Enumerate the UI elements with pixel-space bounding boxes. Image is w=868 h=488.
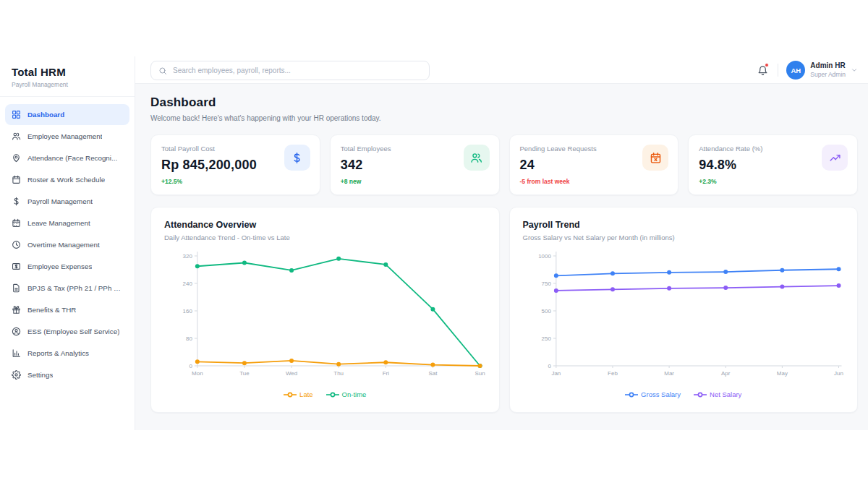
sidebar-item-dashboard[interactable]: Dashboard [5,104,129,125]
sidebar-item-label: BPJS & Tax (PPh 21 / PPh 26) [27,284,123,292]
sidebar-item-label: Settings [27,371,53,379]
svg-text:240: 240 [183,281,193,287]
app-subtitle: Payroll Management [12,81,123,88]
sidebar-item-label: Overtime Management [27,241,100,249]
legend-marker-icon [694,391,707,398]
sidebar-item-label: Payroll Management [27,197,93,205]
stat-delta: +8 new [341,178,489,185]
chart-legend: LateOn-time [164,390,486,398]
sidebar-item-label: Leave Management [27,219,90,227]
main-content: Dashboard Welcome back! Here's what's ha… [135,84,868,430]
stat-icon-box [642,145,668,171]
chevron-down-icon [851,64,858,77]
header-actions: AH Admin HR Super Admin [755,56,858,84]
file-icon [12,283,21,293]
svg-text:Wed: Wed [286,370,297,377]
sidebar-item-bpjs-tax-pph-21-pph-26[interactable]: BPJS & Tax (PPh 21 / PPh 26) [5,278,129,299]
app-window: Total HRM Payroll Management DashboardEm… [0,56,868,430]
stat-delta: +12.5% [161,178,310,185]
svg-text:Sat: Sat [428,370,438,377]
sidebar-item-roster-work-schedule[interactable]: Roster & Work Schedule [5,169,129,190]
sidebar-item-reports-analytics[interactable]: Reports & Analytics [5,343,129,364]
attendance-line-chart: 080160240320MonTueWedThuFriSatSun [164,247,486,390]
stat-delta: +2.3% [699,178,847,185]
svg-text:500: 500 [541,308,551,314]
users-icon [12,132,21,141]
chart-legend: Gross SalaryNet Salary [523,390,845,398]
gift-icon [12,305,21,314]
notifications-button[interactable] [755,63,770,77]
trending-up-icon [829,152,841,164]
stat-icon-box [284,145,310,171]
legend-marker-icon [625,391,638,398]
sidebar-item-employee-expenses[interactable]: Employee Expenses [5,256,129,277]
dollar-icon [291,152,303,164]
chart-title: Payroll Trend [523,220,845,230]
payroll-chart-card: Payroll Trend Gross Salary vs Net Salary… [509,207,859,413]
svg-text:Thu: Thu [333,370,344,377]
sidebar-item-leave-management[interactable]: Leave Management [5,213,129,234]
svg-text:80: 80 [186,335,192,342]
charts-row: Attendance Overview Daily Attendance Tre… [150,207,858,413]
legend-item-on-time: On-time [326,390,367,398]
legend-marker-icon [284,391,297,398]
sidebar-nav: DashboardEmployee ManagementAttendance (… [0,97,135,385]
app-title: Total HRM [12,66,123,78]
sidebar-item-label: Roster & Work Schedule [27,176,105,184]
svg-text:Sun: Sun [475,370,485,377]
chart-subtitle: Daily Attendance Trend - On-time vs Late [164,234,486,241]
sidebar-item-label: ESS (Employee Self Service) [27,328,119,335]
sidebar-item-attendance-face-recogni[interactable]: Attendance (Face Recogni... [5,147,129,168]
svg-text:May: May [776,370,787,377]
page-title: Dashboard [150,95,858,110]
sidebar-item-employee-management[interactable]: Employee Management [5,126,129,147]
user-circle-icon [12,327,21,336]
user-role: Super Admin [810,71,846,79]
svg-text:0: 0 [189,363,192,369]
search-box[interactable] [150,61,430,80]
svg-text:250: 250 [541,335,551,342]
stats-row: Total Payroll CostRp 845,200,000+12.5%To… [150,134,858,195]
svg-text:Jun: Jun [834,370,843,377]
sidebar-item-overtime-management[interactable]: Overtime Management [5,234,129,255]
legend-item-gross-salary: Gross Salary [625,390,681,398]
sidebar-item-benefits-thr[interactable]: Benefits & THR [5,299,129,320]
sidebar-item-payroll-management[interactable]: Payroll Management [5,191,129,212]
bar-chart-icon [12,348,21,358]
sidebar-item-ess-employee-self-service[interactable]: ESS (Employee Self Service) [5,321,129,342]
legend-item-net-salary: Net Salary [694,390,741,398]
legend-marker-icon [326,391,339,398]
stat-card-total-payroll-cost: Total Payroll CostRp 845,200,000+12.5% [150,134,320,195]
map-pin-icon [12,153,21,163]
svg-text:Tue: Tue [239,370,250,377]
calendar-grid-icon [12,218,21,228]
banknote-icon [12,262,21,271]
stat-icon-box [822,145,848,171]
gear-icon [12,370,21,380]
stat-card-attendance-rate: Attendance Rate (%)94.8%+2.3% [688,134,858,195]
legend-item-late: Late [284,390,313,398]
sidebar-item-label: Employee Management [27,132,102,140]
stat-card-pending-leave-requests: Pending Leave Requests24-5 from last wee… [509,134,679,195]
sidebar: Total HRM Payroll Management DashboardEm… [0,56,135,430]
svg-text:320: 320 [183,253,193,260]
svg-text:Feb: Feb [608,370,618,377]
stat-card-total-employees: Total Employees342+8 new [330,134,500,195]
svg-text:0: 0 [548,363,551,369]
svg-text:750: 750 [541,281,551,287]
notification-badge [765,63,769,67]
screen: Total HRM Payroll Management DashboardEm… [0,0,868,488]
sidebar-item-settings[interactable]: Settings [5,364,129,385]
calendar-icon [12,175,21,184]
search-input[interactable] [173,67,422,74]
sidebar-item-label: Dashboard [27,111,64,119]
sidebar-item-label: Employee Expenses [27,262,92,270]
user-menu[interactable]: AH Admin HR Super Admin [786,61,858,80]
chart-title: Attendance Overview [164,220,486,230]
chart-subtitle: Gross Salary vs Net Salary per Month (in… [523,234,845,241]
svg-text:Mon: Mon [192,370,203,377]
svg-text:Apr: Apr [721,370,731,377]
user-name: Admin HR [810,61,846,71]
clock-icon [12,240,21,249]
header-divider [778,64,778,77]
